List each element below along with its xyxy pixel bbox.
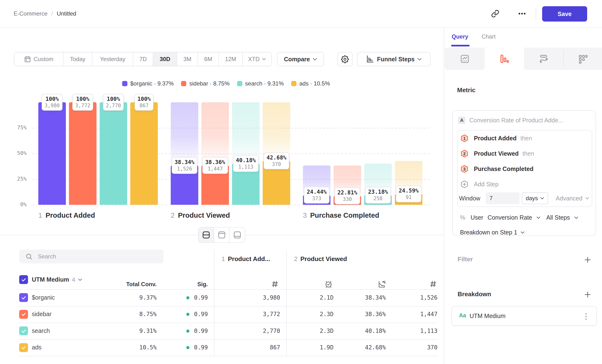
breadcrumb: E-Commerce / Untitled [14,0,76,27]
add-step-button[interactable]: Add Step [461,180,499,188]
bar-value-label: 24.44%373 [304,187,330,203]
bar-count: 330 [337,196,357,202]
sig-indicator [186,296,189,299]
breakdown-on-label: Breakdown on Step 1 [460,229,517,236]
split-view-icon [202,231,210,239]
row-divider [18,322,438,323]
row-checkbox-sidebar[interactable] [19,310,28,319]
ghost-bar [171,102,198,165]
search-placeholder: Search [38,253,56,260]
row-label: $organic [32,294,55,301]
breakdown-col-label: UTM Medium [32,276,69,283]
sig-indicator [186,346,189,349]
window-value-input[interactable]: 7 [486,192,520,204]
chart-type-tab-flows[interactable] [524,48,563,70]
retention-icon [578,54,588,64]
add-breakdown-button[interactable] [584,291,591,298]
metric-step-2[interactable]: 2Product Viewedthen [461,150,534,158]
breakdown-on-select[interactable]: Breakdown on Step 1 [460,229,525,236]
bar-rate: 38.36% [205,159,225,166]
cell-step2-count: 1,447 [390,311,438,318]
bar-count: 3,980 [44,103,60,109]
bar-rate: 100% [75,95,90,103]
kebab-dot [585,316,587,317]
bar-count: 867 [138,103,150,109]
kebab-dot [585,319,587,320]
window-unit-select[interactable]: days [522,192,548,204]
more-menu-button[interactable] [515,0,529,27]
bar-value-label: 38.36%1,447 [202,157,228,174]
bar-count: 1,447 [205,166,225,172]
insights-icon [460,54,469,64]
measure-metric-select[interactable]: Conversion Rate [488,214,532,221]
search-icon [25,253,32,260]
bar-search-step1[interactable] [100,102,127,205]
row-checkbox-ads[interactable] [19,343,28,352]
metric-card: A Conversion Rate of Product Adde... 1Pr… [452,110,596,236]
metric-series-title[interactable]: Conversion Rate of Product Adde... [469,117,563,124]
bar-count: 1,526 [175,166,194,172]
bar-value-label: 22.81%330 [334,188,360,204]
funnel-step-label: 3Purchase Completed [303,212,379,219]
bar-rate: 100% [44,95,60,103]
bar-rate: 38.34% [175,159,194,166]
table-search[interactable]: Search [19,249,163,263]
breakdown-options-button[interactable] [582,311,590,321]
count-column-icon[interactable] [271,280,279,288]
count-column-icon[interactable] [429,280,437,288]
bar-ads-step1[interactable] [130,102,158,205]
metric-step-3[interactable]: 3Purchase Completed [461,165,534,173]
total-conv-header[interactable]: Total Conv. [109,281,157,288]
bar-rate: 40.18% [236,157,256,164]
column-group-divider [286,249,287,356]
cell-step1-count: 2,770 [232,328,280,334]
bar-organic-step1[interactable] [38,102,66,205]
bar-value-label: 100%867 [135,94,153,111]
svg-text:1: 1 [463,136,465,141]
measure-entity[interactable]: User [471,214,483,221]
select-all-checkbox[interactable] [19,275,28,284]
row-checkbox-organic[interactable] [19,293,28,302]
row-divider [18,289,438,290]
cell-total-conv: 9.31% [109,328,157,334]
row-checkbox-search[interactable] [19,326,28,335]
breakdown-property-card[interactable]: Aa UTM Medium [452,306,597,326]
flows-icon [538,54,548,64]
conversion-rate-icon[interactable] [378,280,386,288]
top-header: E-Commerce / Untitled Save [0,0,602,28]
breadcrumb-report-title[interactable]: Untitled [57,10,76,17]
chart-view-icon [218,231,226,239]
svg-text:3: 3 [463,167,465,171]
bar-count: 373 [307,195,327,202]
bar-value-label: 42.68%370 [264,152,289,169]
bar-sidebar-step1[interactable] [69,102,97,205]
layout-split-button[interactable] [199,227,214,242]
chart-type-tab-insights[interactable] [445,48,485,70]
cell-total-conv: 9.37% [109,294,157,301]
tab-chart[interactable]: Chart [482,33,496,40]
sig-header[interactable]: Sig. [172,281,208,288]
chevron-down-icon [574,216,578,219]
metric-step-1[interactable]: 1Product Addedthen [461,134,532,142]
breakdown-column-header[interactable]: UTM Medium4 [32,276,82,283]
bar-count: 3,772 [75,103,90,109]
property-type-icon: Aa [459,312,466,319]
chart-type-tab-funnels[interactable] [485,48,524,70]
layout-table-only-button[interactable] [230,227,245,242]
time-to-convert-icon[interactable] [324,280,333,288]
add-step-label: Add Step [474,181,499,188]
cell-total-conv: 10.5% [109,344,157,351]
chart-type-tab-retention[interactable] [563,48,602,70]
advanced-toggle[interactable]: Advanced [556,195,589,202]
tab-query[interactable]: Query [452,33,468,40]
layout-chart-only-button[interactable] [214,227,230,242]
add-filter-button[interactable] [584,257,591,263]
svg-text:2: 2 [463,152,465,156]
copy-link-button[interactable] [488,0,502,27]
ghost-bar [232,102,259,164]
conversion-window-row: Window 7 days Advanced [459,191,591,206]
breadcrumb-project[interactable]: E-Commerce [14,10,47,17]
save-button[interactable]: Save [542,6,587,21]
cell-time-to-convert: 2.3D [286,328,333,334]
measure-scope-select[interactable]: All Steps [546,214,570,221]
